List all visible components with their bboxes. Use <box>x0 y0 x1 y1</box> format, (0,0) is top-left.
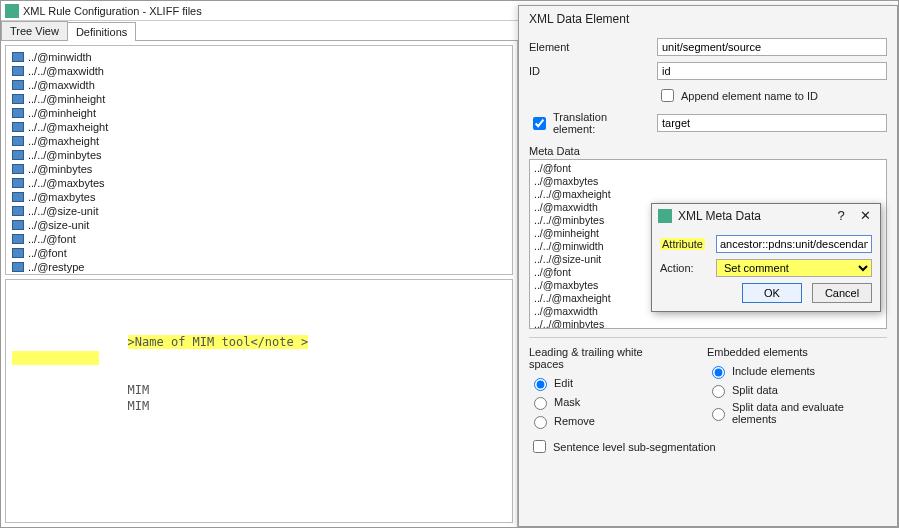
tree-item[interactable]: ../../@size-unit <box>10 204 508 218</box>
radio-split[interactable] <box>712 385 725 398</box>
close-button[interactable]: ✕ <box>856 208 874 223</box>
tree-item[interactable]: ../@maxwidth <box>10 78 508 92</box>
label-subseg: Sentence level sub-segmentation <box>553 441 716 453</box>
tree-item[interactable]: ../@minheight <box>10 106 508 120</box>
xml-preview: >Name of MIM tool</note > MIM MIM <box>5 279 513 523</box>
node-icon <box>12 150 24 160</box>
dialog-title: XML Meta Data <box>678 209 826 223</box>
node-icon <box>12 248 24 258</box>
ok-button[interactable]: OK <box>742 283 802 303</box>
node-icon <box>12 192 24 202</box>
node-icon <box>12 234 24 244</box>
help-button[interactable]: ? <box>832 208 850 223</box>
tree-item[interactable]: ../@maxheight <box>10 134 508 148</box>
action-select[interactable]: Set comment <box>716 259 872 277</box>
tree-item[interactable]: ../../@maxbytes <box>10 176 508 190</box>
tree-item[interactable]: ../@font <box>10 246 508 260</box>
id-input[interactable] <box>657 62 887 80</box>
tree-item[interactable]: ../@restype <box>10 260 508 274</box>
label-leading: Leading & trailing white spaces <box>529 346 677 370</box>
metadata-item[interactable]: ../@font <box>532 162 884 175</box>
subseg-checkbox[interactable] <box>533 440 546 453</box>
metadata-item[interactable]: ../@maxbytes <box>532 175 884 188</box>
radio-include[interactable] <box>712 366 725 379</box>
label-action: Action: <box>660 262 710 274</box>
element-input[interactable] <box>657 38 887 56</box>
translation-input[interactable] <box>657 114 887 132</box>
node-icon <box>12 80 24 90</box>
node-icon <box>12 66 24 76</box>
app-icon <box>5 4 19 18</box>
node-icon <box>12 220 24 230</box>
node-icon <box>12 206 24 216</box>
radio-mask[interactable] <box>534 397 547 410</box>
window-title: XML Rule Configuration - XLIFF files <box>23 5 202 17</box>
attribute-input[interactable] <box>716 235 872 253</box>
label-metadata: Meta Data <box>529 145 887 157</box>
label-element: Element <box>529 41 649 53</box>
node-icon <box>12 164 24 174</box>
tree-item[interactable]: ../../@font <box>10 232 508 246</box>
translation-checkbox[interactable] <box>533 117 546 130</box>
metadata-item[interactable]: ../../@maxheight <box>532 188 884 201</box>
tree-item[interactable]: ../@maxbytes <box>10 190 508 204</box>
label-embedded: Embedded elements <box>707 346 887 358</box>
label-id: ID <box>529 65 649 77</box>
tree-item[interactable]: ../@minwidth <box>10 50 508 64</box>
label-append: Append element name to ID <box>681 90 818 102</box>
cancel-button[interactable]: Cancel <box>812 283 872 303</box>
radio-edit[interactable] <box>534 378 547 391</box>
xml-meta-data-dialog: XML Meta Data ? ✕ Attribute Action: Set … <box>651 203 881 312</box>
node-icon <box>12 52 24 62</box>
tab-definitions[interactable]: Definitions <box>67 22 136 41</box>
node-icon <box>12 94 24 104</box>
node-icon <box>12 136 24 146</box>
tree-item[interactable]: ../@minbytes <box>10 162 508 176</box>
node-icon <box>12 108 24 118</box>
node-icon <box>12 262 24 272</box>
tab-treeview[interactable]: Tree View <box>1 21 68 40</box>
tree-item[interactable]: ancestor::pdns:unit/descendant::pdns:not… <box>10 274 508 275</box>
radio-remove[interactable] <box>534 416 547 429</box>
radio-split-eval[interactable] <box>712 408 725 421</box>
node-icon <box>12 178 24 188</box>
label-translation: Translation element: <box>553 111 649 135</box>
append-checkbox[interactable] <box>661 89 674 102</box>
dialog-icon <box>658 209 672 223</box>
tree-item[interactable]: ../@size-unit <box>10 218 508 232</box>
label-attribute: Attribute <box>660 238 705 250</box>
definitions-tree[interactable]: ../@minwidth../../@maxwidth../@maxwidth.… <box>5 45 513 275</box>
tree-item[interactable]: ../../@minheight <box>10 92 508 106</box>
tree-item[interactable]: ../../@maxwidth <box>10 64 508 78</box>
tree-item[interactable]: ../../@minbytes <box>10 148 508 162</box>
metadata-item[interactable]: ../../@minbytes <box>532 318 884 329</box>
panel-title: XML Data Element <box>519 6 897 32</box>
tree-item[interactable]: ../../@maxheight <box>10 120 508 134</box>
node-icon <box>12 122 24 132</box>
